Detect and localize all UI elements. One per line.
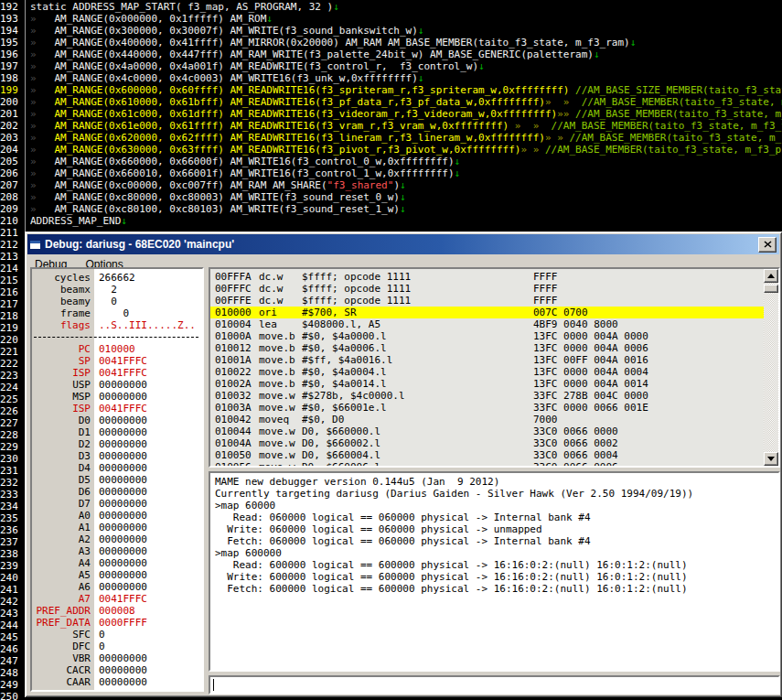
register-value: 00000000 bbox=[91, 474, 147, 486]
line-number: 216 bbox=[0, 286, 24, 298]
register-value: 0 bbox=[91, 629, 105, 641]
disasm-operands: #$0, $4a0014.l bbox=[302, 378, 533, 390]
register-value: 000008 bbox=[91, 605, 135, 617]
disasm-row[interactable]: 010042moveq#$0, D07000 bbox=[210, 414, 764, 425]
disasm-row[interactable]: 010050move.wD0, $660004.l33C0 0066 0004 bbox=[210, 449, 764, 461]
disasm-row[interactable]: 01004Amove.wD0, $660002.l33C0 0066 0002 bbox=[210, 437, 764, 449]
console-line: Currently targeting dariusg (Darius Gaid… bbox=[215, 488, 778, 500]
disasm-row[interactable]: 010044move.wD0, $660000.l33C0 0066 0000 bbox=[210, 425, 764, 437]
line-number: 196 bbox=[0, 48, 24, 60]
line-number: 237 bbox=[0, 536, 24, 548]
disasm-row[interactable]: 010004lea$408000.l, A54BF9 0040 8000 bbox=[210, 318, 764, 330]
disasm-row[interactable]: 01001Amove.b#$ff, $4a0016.l13FC 00FF 004… bbox=[210, 354, 764, 366]
line-number: 199 bbox=[0, 84, 24, 96]
disassembly-scrollbar[interactable] bbox=[764, 269, 778, 466]
register-label: A4 bbox=[32, 557, 91, 569]
register-value: 010000 bbox=[91, 343, 135, 355]
code-line: » AM_RANGE(0x610000, 0x61bfff) AM_READWR… bbox=[30, 96, 782, 108]
disasm-address: 01001A bbox=[215, 354, 259, 366]
text-cursor bbox=[213, 679, 214, 691]
line-number: 234 bbox=[0, 501, 24, 512]
disasm-address: 00FFFA bbox=[215, 271, 259, 283]
disasm-row[interactable]: 01002Amove.b#$0, $4a0014.l13FC 0000 004A… bbox=[210, 378, 764, 390]
disasm-mnemonic: moveq bbox=[259, 414, 302, 425]
register-label: SP bbox=[32, 355, 91, 367]
console-input[interactable] bbox=[209, 675, 780, 695]
register-value: 00000000 bbox=[91, 450, 147, 462]
scroll-up-button[interactable] bbox=[764, 269, 778, 283]
code-line: » AM_RANGE(0x300000, 0x30007f) AM_WRITE(… bbox=[30, 25, 782, 37]
line-number: 209 bbox=[0, 203, 24, 215]
console-line: Fetch: 060000 logical == 060000 physical… bbox=[215, 535, 778, 547]
register-value: 2 bbox=[91, 284, 117, 296]
line-number: 243 bbox=[0, 608, 24, 619]
registers-panel[interactable]: cycles266662beamx 2beamy 0frame 0flags..… bbox=[30, 267, 204, 692]
line-number: 249 bbox=[0, 679, 24, 691]
line-number: 223 bbox=[0, 370, 24, 382]
disasm-address: 010056 bbox=[215, 461, 259, 468]
code-line: » AM_RANGE(0x630000, 0x63ffff) AM_READWR… bbox=[30, 144, 782, 156]
register-row: SFC0 bbox=[32, 629, 202, 641]
disasm-operands: $408000.l, A5 bbox=[302, 318, 533, 330]
disasm-row[interactable]: 010056move.wD0, $660006.l33C0 0066 0006 bbox=[210, 461, 764, 468]
line-number: 211 bbox=[0, 227, 24, 239]
line-number: 203 bbox=[0, 132, 24, 144]
code-line: ADDRESS_MAP_END↓ bbox=[30, 215, 782, 227]
register-value: 00000000 bbox=[91, 391, 147, 403]
disasm-row[interactable]: 01000Amove.b#$0, $4a0000.l13FC 0000 004A… bbox=[210, 330, 764, 342]
register-row: D000000000 bbox=[32, 415, 202, 426]
line-number: 244 bbox=[0, 619, 24, 631]
register-value: 00000000 bbox=[91, 438, 147, 450]
register-label: flags bbox=[32, 319, 91, 331]
register-row: A000000000 bbox=[32, 510, 202, 522]
debugger-window[interactable]: Debug: dariusg - 68EC020 'maincpu' Debug… bbox=[25, 232, 782, 697]
line-number: 229 bbox=[0, 441, 24, 453]
disasm-raw-bytes: 4BF9 0040 8000 bbox=[533, 318, 764, 330]
register-label: CAAR bbox=[32, 676, 91, 688]
code-line: » AM_RANGE(0xc00000, 0xc007ff) AM_RAM AM… bbox=[30, 179, 782, 191]
disasm-row[interactable]: 00FFFCdc.w$ffff; opcode 1111FFFF bbox=[210, 283, 764, 295]
register-row: A200000000 bbox=[32, 533, 202, 545]
line-number: 247 bbox=[0, 655, 24, 667]
register-label: PREF_ADDR bbox=[32, 605, 91, 617]
disasm-row-current-pc[interactable]: 010000ori#$700, SR007C 0700 bbox=[210, 307, 764, 318]
line-number: 245 bbox=[0, 631, 24, 643]
disasm-address: 010050 bbox=[215, 449, 259, 461]
disasm-row[interactable]: 01003Amove.w#$0, $66001e.l33FC 0000 0066… bbox=[210, 402, 764, 414]
disasm-row[interactable]: 010012move.b#$0, $4a0006.l13FC 0000 004A… bbox=[210, 342, 764, 354]
line-number: 194 bbox=[0, 25, 24, 37]
disasm-mnemonic: move.b bbox=[259, 366, 302, 378]
register-label: A0 bbox=[32, 510, 91, 522]
register-value: 00000000 bbox=[91, 498, 147, 510]
register-label: A1 bbox=[32, 522, 91, 533]
code-line: » AM_RANGE(0x61e000, 0x61ffff) AM_READWR… bbox=[30, 120, 782, 132]
disasm-operands: D0, $660002.l bbox=[302, 437, 533, 449]
disasm-row[interactable]: 010032move.w#$278b, $4c0000.l33FC 278B 0… bbox=[210, 390, 764, 402]
line-number: 221 bbox=[0, 346, 24, 358]
register-row: D300000000 bbox=[32, 450, 202, 462]
line-number: 214 bbox=[0, 263, 24, 275]
line-number: 227 bbox=[0, 417, 24, 429]
scrollbar-thumb[interactable] bbox=[764, 285, 778, 293]
register-label: A6 bbox=[32, 581, 91, 593]
register-label: D5 bbox=[32, 474, 91, 486]
disasm-raw-bytes: 33FC 0000 0066 001E bbox=[533, 402, 764, 414]
disassembly-panel[interactable]: 00FFFAdc.w$ffff; opcode 1111FFFF00FFFCdc… bbox=[209, 267, 780, 468]
scroll-down-button[interactable] bbox=[764, 452, 778, 466]
register-value: 00000000 bbox=[91, 379, 147, 391]
register-row: D100000000 bbox=[32, 426, 202, 438]
register-label: A2 bbox=[32, 533, 91, 545]
register-row: SP0041FFFC bbox=[32, 355, 202, 367]
disasm-row[interactable]: 010022move.b#$0, $4a0004.l13FC 0000 004A… bbox=[210, 366, 764, 378]
code-line: » AM_RANGE(0x600000, 0x60ffff) AM_READWR… bbox=[30, 84, 782, 96]
disasm-address: 01003A bbox=[215, 402, 259, 414]
register-label: ISP bbox=[32, 403, 91, 415]
disasm-address: 01002A bbox=[215, 378, 259, 390]
disasm-operands: #$0, $4a0000.l bbox=[302, 330, 533, 342]
disasm-raw-bytes: 13FC 0000 004A 0004 bbox=[533, 366, 764, 378]
disasm-raw-bytes: 13FC 0000 004A 0006 bbox=[533, 342, 764, 354]
disasm-row[interactable]: 00FFFAdc.w$ffff; opcode 1111FFFF bbox=[210, 271, 764, 283]
register-label: CACR bbox=[32, 664, 91, 676]
disasm-row[interactable]: 00FFFEdc.w$ffff; opcode 1111FFFF bbox=[210, 295, 764, 307]
register-row: beamx 2 bbox=[32, 284, 202, 296]
